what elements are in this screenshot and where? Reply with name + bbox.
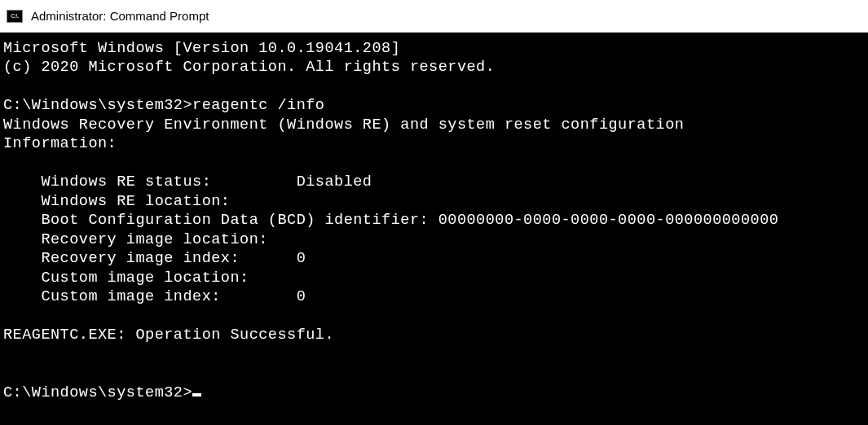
bcd-id-label: Boot Configuration Data (BCD) identifier… [3, 212, 438, 229]
prompt-path-current: C:\Windows\system32> [3, 384, 192, 401]
recovery-location-label: Recovery image location: [3, 231, 268, 248]
window-title: Administrator: Command Prompt [31, 9, 209, 23]
entered-command: reagentc /info [192, 97, 324, 114]
os-version-line: Microsoft Windows [Version 10.0.19041.20… [3, 40, 400, 57]
cursor-icon [192, 393, 201, 397]
output-heading-line1: Windows Recovery Environment (Windows RE… [3, 116, 684, 134]
cmd-app-icon: C:\. [7, 10, 23, 23]
re-location-label: Windows RE location: [3, 193, 230, 210]
prompt-path: C:\Windows\system32> [3, 97, 192, 114]
terminal-area[interactable]: Microsoft Windows [Version 10.0.19041.20… [0, 33, 868, 425]
bcd-id-value: 00000000-0000-0000-0000-000000000000 [438, 212, 779, 229]
custom-index-label: Custom image index: [3, 288, 297, 305]
copyright-line: (c) 2020 Microsoft Corporation. All righ… [3, 59, 495, 76]
window-titlebar: C:\. Administrator: Command Prompt [0, 0, 868, 33]
output-heading-line2: Information: [3, 135, 117, 152]
custom-index-value: 0 [297, 288, 306, 305]
cmd-app-icon-text: C:\. [11, 13, 18, 19]
re-status-value: Disabled [297, 173, 372, 191]
recovery-index-value: 0 [297, 250, 306, 267]
recovery-index-label: Recovery image index: [3, 250, 297, 267]
custom-location-label: Custom image location: [3, 269, 249, 287]
operation-result-line: REAGENTC.EXE: Operation Successful. [3, 326, 334, 344]
re-status-label: Windows RE status: [3, 173, 297, 191]
